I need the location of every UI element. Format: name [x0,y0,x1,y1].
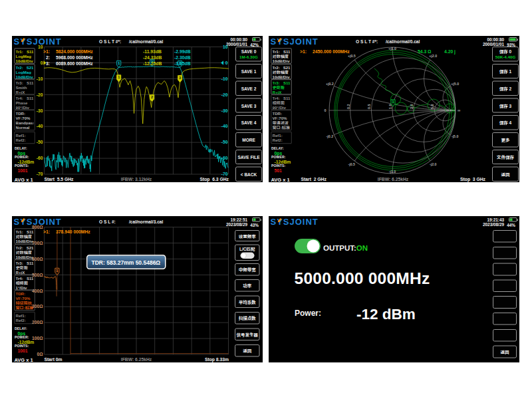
menu-button[interactable] [493,329,517,342]
output-toggle[interactable] [295,239,321,253]
trace-config-line: 10dB/Div [273,74,291,79]
trace-config-line: 1°/Div [16,285,34,290]
menu-button[interactable] [493,230,517,243]
generator-frequency: 5000.000 000MHz [295,265,430,289]
trace-config-line: LogMag [16,70,34,74]
svg-text:-30: -30 [37,108,43,113]
menu-button[interactable]: SAVE 2 [235,81,262,96]
trace-config-line: R+jX [16,270,34,275]
menu-button[interactable] [493,313,517,325]
trace-config-line: 特征阻抗 [16,301,34,305]
marker-value-s21: -3.05dB [174,60,191,66]
trace-config-line: 10dB/Div [16,255,34,259]
trace-id: Tr3: [273,80,280,85]
menu-button[interactable]: L/C匹配 [235,245,260,261]
menu-button-label: 保存 2 [499,86,511,91]
svg-text:0.5: 0.5 [367,104,371,109]
sweep-stop: Stop 8.33m [178,356,229,362]
logo-accent [277,218,281,223]
svg-text:2.0: 2.0 [410,104,414,109]
trace-config-box[interactable]: Ref1:Ref2: [271,132,292,144]
trace-config-box[interactable]: Tr2:S21对数幅度10dB/Div [271,64,292,79]
menu-button[interactable]: 功率 [235,279,260,292]
menu-button-label: 返回 [501,172,509,177]
menu-button[interactable] [493,263,517,276]
menu-button[interactable]: 文件保存 [492,150,519,164]
menu-button[interactable] [493,279,517,292]
trace-id: TDR: [16,111,26,116]
menu-button[interactable]: 信号发生器 [235,329,260,341]
trace-id: Ref1: [16,313,26,317]
menu-button[interactable]: SAVE FILE [235,150,262,164]
marker-value-s11: -12.25dB [143,60,162,66]
trace-config-line: Ref2: [16,137,34,142]
trace-config-box[interactable]: TDR:VF:70%特征阻抗窗口:标准 [15,290,35,311]
trace-channel: S11 [27,96,34,100]
menu-button[interactable]: 返回 [235,344,260,357]
menu-button[interactable]: SAVE 3 [235,98,262,112]
trace-config-box[interactable]: Tr3:S11史密斯R+jX [15,259,35,275]
menu-button[interactable]: 设置频率 [235,230,260,241]
trace-config-box[interactable]: Ref1:Ref2: [15,312,35,324]
menu-button[interactable]: SAVE 4 [235,115,262,130]
menu-button-label: SAVE FILE [237,154,259,160]
menu-button[interactable]: 保存 050K-4.40G [492,47,519,61]
menu-button[interactable] [493,296,517,309]
plot-area: 800Ω700Ω600Ω500Ω400Ω300Ω200Ω100Ω0Ω1 [12,216,263,362]
menu-button[interactable]: 扫描点数 [235,312,260,325]
avg-indicator: AVG x 1 [15,356,33,363]
trace-id: Tr4: [16,276,23,281]
trace-config-box[interactable]: TDR:VF:70%带通滤波窗口:标准 [271,110,292,130]
menu-button[interactable]: 保存 1 [492,64,519,78]
menu-button[interactable]: 保存 4 [492,115,519,130]
screenshot-canvas: SYSJOINTO S L T #*:/cal/normal/0.cal00:0… [0,0,532,399]
menu-button[interactable]: 返回 [492,167,519,182]
svg-text:-40: -40 [37,124,43,128]
trace-config-box[interactable]: Tr3:S11SmithR+jX [15,79,35,94]
marker-reactance: 4.20 j [444,48,456,55]
svg-text:-j5.0: -j5.0 [452,134,459,138]
menu-button-label: < BACK [241,172,257,177]
trace-config-box[interactable]: Tr4:S11Phase90°/Div [15,94,35,110]
svg-text:1: 1 [118,75,120,79]
svg-text:1: 1 [56,269,58,273]
menu-button[interactable]: 平均系数 [235,296,260,309]
trace-config-line: VF:70% [273,116,291,120]
trace-config-line: Normal [16,125,34,130]
panel-vna-smith: SYSJOINTO S L T #*:/cal/normal/0.cal00:0… [269,36,519,182]
menu-button[interactable] [493,247,517,259]
menu-button[interactable]: MORE [235,132,262,147]
trace-config-box[interactable]: Tr2:S21对数幅度10dB/Div [15,244,35,259]
trace-config-line: 对数幅度 [273,54,291,59]
svg-text:5.0: 5.0 [430,104,434,109]
trace-config-box[interactable]: Tr4:S11相频图90°/Div [271,94,292,110]
menu-button[interactable]: 更多 [492,132,519,147]
marker-readout-row: >1:378.940 000MHz [12,228,263,234]
ifbw-label: IFBW: 3.12kHz [106,176,166,182]
sweep-start: Start 0m [45,356,63,362]
trace-config-box[interactable]: TDR:VF:70%BandpassNormal [15,110,35,130]
svg-text:-10: -10 [221,76,228,81]
marker-readout-row: 2:5968.000 000MHz-24.33dB-2.30dB [12,54,263,60]
marker-id: 3: [33,60,50,66]
avg-indicator: AVG x 1 [271,176,290,183]
menu-button[interactable]: 返回 [493,346,517,358]
menu-button[interactable]: 中频带宽 [235,263,260,276]
trace-config-box[interactable]: Tr3:S11史密斯R+jX [271,79,292,94]
tdr-tooltip: TDR: 583.27mm 50.5486Ω [86,255,166,269]
menu-button[interactable]: < BACK [235,167,262,182]
menu-button-label: L/C匹配 [239,247,255,252]
trace-config-box[interactable]: Ref1:Ref2: [15,132,35,144]
menu-button[interactable]: 保存 2 [492,81,519,96]
trace-config-line: 窗口:标准 [16,305,34,310]
lc-match-toggle[interactable] [240,253,254,259]
trace-config-box[interactable]: Tr2:S21LogMag10dB/Div [15,64,35,79]
power-value: -12 dBm [356,302,416,324]
menu-button[interactable]: SAVE 1 [235,64,262,78]
menu-button[interactable]: SAVE 01M-6.30G [235,47,262,61]
trace-config-box[interactable]: Tr4:S11相频图1°/Div [15,275,35,290]
menu-button[interactable]: 保存 3 [492,98,519,112]
trace-id: Ref1: [16,132,26,137]
sweep-start: Start 5.5 GHz [45,176,74,182]
marker-frequency: 2450.000 000MHz [313,48,350,55]
